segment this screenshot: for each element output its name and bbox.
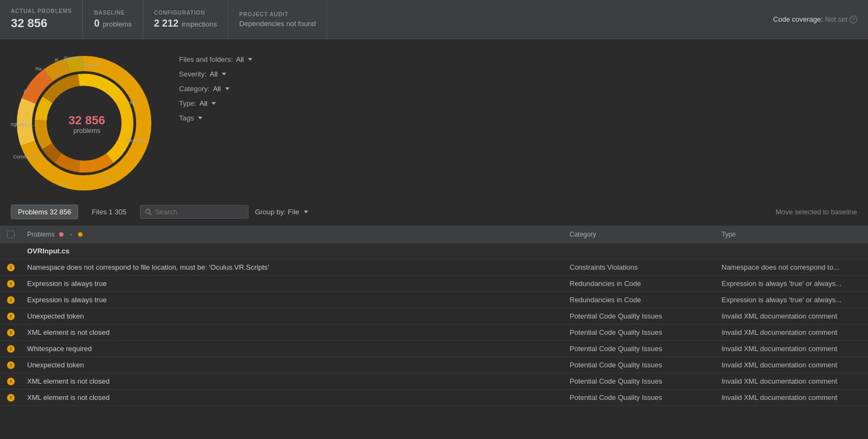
row-icon: !: [0, 313, 22, 320]
row-problem-text: Expression is always true: [22, 292, 564, 307]
table-row[interactable]: ! XML element is not closed Potential Co…: [0, 325, 868, 341]
row-icon: !: [0, 264, 22, 271]
search-input[interactable]: [155, 208, 242, 216]
move-to-baseline-button[interactable]: Move selected to baseline: [776, 208, 857, 216]
configuration-section: CONFIGURATION 2 212 inspections: [143, 0, 228, 39]
row-icon: !: [0, 394, 22, 402]
filter-severity-value: All: [210, 70, 218, 78]
dot-red-icon: [59, 232, 63, 237]
baseline-value: 0: [94, 18, 99, 29]
select-all-checkbox[interactable]: [0, 231, 22, 238]
filters-panel: Files and folders: All Severity: All Cat…: [179, 50, 252, 198]
row-icon: !: [0, 296, 22, 304]
warning-icon: !: [7, 329, 15, 336]
filter-severity[interactable]: Severity: All: [179, 70, 252, 78]
row-type-text: Invalid XML documentation comment: [716, 309, 868, 323]
table-row[interactable]: ! Namespace does not correspond to file …: [0, 259, 868, 276]
row-type-text: Invalid XML documentation comment: [716, 390, 868, 405]
svg-text:Language U...: Language U...: [11, 122, 36, 127]
row-type-text: Invalid XML documentation comment: [716, 341, 868, 356]
table-header: Problems → Category Type: [0, 226, 868, 243]
row-type-text: Expression is always 'true' or always...: [716, 276, 868, 291]
filter-files-folders-label: Files and folders:: [179, 55, 233, 63]
file-group-header: OVRInput.cs: [0, 243, 868, 259]
problems-column-header: Problems →: [22, 231, 564, 238]
donut-chart-container: Potential... High... Redunda... Re... Un…: [11, 50, 163, 198]
tab-search-row: Problems 32 856 Files 1 305 Group by: Fi…: [0, 198, 868, 226]
chevron-down-icon: [222, 73, 226, 75]
row-type-text: Namespace does not correspond to...: [716, 260, 868, 275]
donut-center-number: 32 856: [68, 113, 105, 126]
table-row[interactable]: ! Expression is always true Redundancies…: [0, 276, 868, 292]
chevron-down-icon: [212, 102, 216, 105]
row-category-text: Redundancies in Code: [564, 292, 716, 307]
code-coverage-label: Code coverage:: [773, 15, 823, 23]
code-coverage-section: Code coverage: Not set ?: [762, 0, 868, 39]
row-type-text: Invalid XML documentation comment: [716, 358, 868, 372]
warning-icon: !: [7, 378, 15, 385]
row-icon: !: [0, 280, 22, 288]
row-icon: !: [0, 329, 22, 336]
row-category-text: Potential Code Quality Issues: [564, 309, 716, 323]
configuration-label: CONFIGURATION: [154, 10, 217, 16]
configuration-value: 2 212: [154, 18, 178, 29]
tab-problems[interactable]: Problems 32 856: [11, 205, 78, 219]
tab-files[interactable]: Files 1 305: [85, 205, 133, 219]
filter-files-folders[interactable]: Files and folders: All: [179, 55, 252, 63]
checkbox-all[interactable]: [7, 231, 15, 238]
project-audit-section: PROJECT AUDIT Dependencies not found: [228, 0, 327, 39]
svg-point-25: [145, 209, 150, 214]
baseline-label: BASELINE: [94, 10, 131, 16]
filter-tags-label: Tags: [179, 114, 194, 122]
row-problem-text: XML element is not closed: [22, 390, 564, 405]
actual-problems-label: ACTUAL PROBLEMS: [11, 8, 72, 14]
table-row[interactable]: ! XML element is not closed Potential Co…: [0, 373, 868, 390]
baseline-sub: problems: [103, 20, 131, 28]
row-problem-text: XML element is not closed: [22, 325, 564, 340]
row-icon: !: [0, 378, 22, 385]
group-by-label: Group by: File: [255, 208, 299, 216]
arrow-icon: →: [68, 231, 74, 238]
row-icon: !: [0, 345, 22, 353]
svg-text:Syntax...: Syntax...: [63, 55, 82, 61]
dot-orange-icon: [78, 232, 82, 237]
row-type-text: Invalid XML documentation comment: [716, 325, 868, 340]
filter-type-value: All: [200, 99, 207, 107]
table-row[interactable]: ! XML element is not closed Potential Co…: [0, 390, 868, 406]
group-by-selector[interactable]: Group by: File: [255, 208, 308, 216]
filter-tags[interactable]: Tags: [179, 114, 252, 122]
filter-severity-label: Severity:: [179, 70, 207, 78]
problems-table: Problems → Category Type OVRInput.cs ! N…: [0, 226, 868, 406]
row-type-text: Invalid XML documentation comment: [716, 374, 868, 389]
row-problem-text: Unexpected token: [22, 309, 564, 323]
table-row[interactable]: ! Unexpected token Potential Code Qualit…: [0, 308, 868, 325]
table-row[interactable]: ! Expression is always true Redundancies…: [0, 292, 868, 308]
table-row[interactable]: ! Whitespace required Potential Code Qua…: [0, 341, 868, 357]
chevron-down-icon: [225, 87, 229, 90]
svg-text:Redunda...: Redunda...: [126, 138, 150, 143]
main-content: Potential... High... Redunda... Re... Un…: [0, 39, 868, 198]
search-icon: [145, 208, 152, 215]
row-category-text: Potential Code Quality Issues: [564, 390, 716, 405]
code-coverage-value: Not set: [825, 15, 847, 23]
filter-category[interactable]: Category: All: [179, 85, 252, 93]
svg-text:High...: High...: [127, 100, 142, 105]
actual-problems-section: ACTUAL PROBLEMS 32 856: [0, 0, 83, 39]
svg-text:R...: R...: [55, 58, 62, 63]
filter-category-value: All: [213, 85, 220, 93]
project-audit-value: Dependencies not found: [239, 20, 316, 28]
filter-category-label: Category:: [179, 85, 209, 93]
row-problem-text: Unexpected token: [22, 358, 564, 372]
row-category-text: Potential Code Quality Issues: [564, 325, 716, 340]
help-icon[interactable]: ?: [850, 16, 857, 23]
row-category-text: Redundancies in Code: [564, 276, 716, 291]
donut-center-label: problems: [68, 127, 105, 135]
filter-type[interactable]: Type: All: [179, 99, 252, 107]
warning-icon: !: [7, 280, 15, 288]
table-row[interactable]: ! Unexpected token Potential Code Qualit…: [0, 357, 868, 373]
row-problem-text: Namespace does not correspond to file lo…: [22, 260, 564, 275]
svg-line-26: [150, 213, 151, 215]
row-category-text: Constraints Violations: [564, 260, 716, 275]
svg-text:Re...: Re...: [103, 176, 113, 181]
row-category-text: Potential Code Quality Issues: [564, 358, 716, 372]
